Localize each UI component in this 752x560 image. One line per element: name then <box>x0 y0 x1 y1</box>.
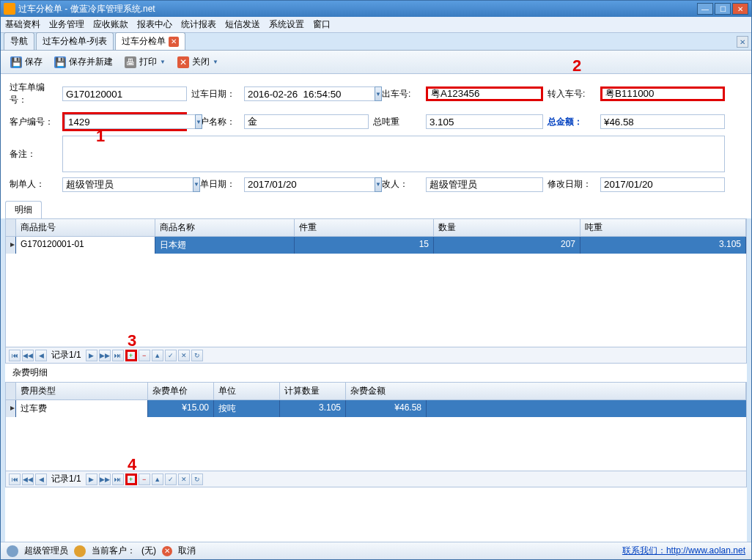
fee-col-type[interactable]: 费用类型 <box>16 383 148 399</box>
save-new-button[interactable]: 💾 保存并新建 <box>49 53 118 71</box>
close-icon: ✕ <box>177 56 189 68</box>
form: 过车单编号： 过车日期： ▼ 转出车号: 转入车号: 客户编号： ▼ 客户名称：… <box>1 74 751 198</box>
contact-link[interactable]: 联系我们：http://www.aolan.net <box>622 545 745 557</box>
delete-row-button[interactable]: − <box>139 350 150 361</box>
last-button[interactable]: ⏭ <box>112 474 124 485</box>
minimize-button[interactable]: — <box>697 3 713 15</box>
prev-button[interactable]: ◀ <box>35 350 47 361</box>
cancel-row-button[interactable]: ✕ <box>178 474 190 485</box>
prev-page-button[interactable]: ◀◀ <box>22 474 34 485</box>
col-name[interactable]: 商品名称 <box>155 219 295 236</box>
chevron-down-icon[interactable]: ▼ <box>375 86 382 101</box>
col-pw[interactable]: 件重 <box>295 219 434 236</box>
cancel-row-button[interactable]: ✕ <box>178 350 190 361</box>
fee-col-amount[interactable]: 杂费金额 <box>346 383 746 399</box>
status-cancel[interactable]: 取消 <box>178 545 196 557</box>
col-tw[interactable]: 吨重 <box>580 219 746 236</box>
menu-basic[interactable]: 基础资料 <box>5 18 40 31</box>
table-row[interactable]: ▸ 过车费 ¥15.00 按吨 3.105 ¥46.58 <box>6 400 746 417</box>
add-row-button[interactable]: + <box>125 350 137 361</box>
refresh-button[interactable]: ↻ <box>191 350 203 361</box>
first-button[interactable]: ⏮ <box>9 474 21 485</box>
menu-settings[interactable]: 系统设置 <box>269 18 304 31</box>
cust-name-input[interactable] <box>244 114 369 129</box>
fee-col-price[interactable]: 杂费单价 <box>148 383 214 399</box>
print-icon: 🖶 <box>125 56 136 68</box>
col-qty[interactable]: 数量 <box>434 219 580 236</box>
next-button[interactable]: ▶ <box>86 350 97 361</box>
confirm-button[interactable]: ✓ <box>165 350 177 361</box>
tab-close-icon[interactable]: ✕ <box>169 37 179 47</box>
close-all-tabs-button[interactable]: ✕ <box>737 36 748 48</box>
modify-date-input[interactable] <box>600 177 725 192</box>
remark-label: 备注： <box>8 147 59 162</box>
maximize-button[interactable]: ☐ <box>715 3 731 15</box>
fee-col-qty[interactable]: 计算数量 <box>280 383 346 399</box>
menu-window[interactable]: 窗口 <box>313 18 331 31</box>
table-row[interactable]: ▸ G170120001-01 日本翅 15 207 3.105 <box>6 237 746 254</box>
total-weight-label: 总吨重 <box>372 114 423 130</box>
menu-receivables[interactable]: 应收账款 <box>93 18 128 31</box>
menu-business[interactable]: 业务管理 <box>49 18 84 31</box>
col-batch[interactable]: 商品批号 <box>16 219 155 236</box>
menu-sms[interactable]: 短信发送 <box>225 18 260 31</box>
document-tabs: 导航 过车分检单-列表 过车分检单 ✕ ✕ <box>1 33 751 51</box>
toolbar: 💾 保存 💾 保存并新建 🖶 打印 ▼ ✕ 关闭 ▼ <box>1 51 751 74</box>
app-icon <box>4 3 15 15</box>
edit-button[interactable]: ▲ <box>152 350 163 361</box>
annotation-2: 2 <box>572 56 581 75</box>
remark-input[interactable] <box>62 136 725 172</box>
in-car-input[interactable] <box>600 86 725 101</box>
in-car-label: 转入车号: <box>546 86 597 102</box>
status-bar: 超级管理员 当前客户： (无) ✕ 取消 联系我们：http://www.aol… <box>1 542 751 559</box>
last-button[interactable]: ⏭ <box>112 350 124 361</box>
edit-button[interactable]: ▲ <box>152 474 163 485</box>
title-bar: 过车分检单 - 傲蓝冷库管理系统.net — ☐ ✕ <box>1 1 751 17</box>
chevron-down-icon[interactable]: ▼ <box>375 177 382 192</box>
total-amount-label: 总金额： <box>546 114 597 130</box>
modifier-input[interactable] <box>426 177 543 192</box>
maker-combo[interactable]: ▼ <box>62 177 187 192</box>
refresh-button[interactable]: ↻ <box>191 474 203 485</box>
window-close-button[interactable]: ✕ <box>732 3 748 15</box>
cust-no-combo[interactable]: ▼ <box>62 112 187 131</box>
cust-no-label: 客户编号： <box>8 114 59 130</box>
current-cust-label: 当前客户： <box>92 545 136 557</box>
close-button[interactable]: ✕ 关闭 ▼ <box>172 53 224 71</box>
menu-stats[interactable]: 统计报表 <box>181 18 216 31</box>
next-button[interactable]: ▶ <box>86 474 97 485</box>
detail-nav: ⏮ ◀◀ ◀ 记录1/1 ▶ ▶▶ ⏭ + − ▲ ✓ ✕ ↻ <box>5 347 747 364</box>
detail-tabs: 明细 <box>1 198 751 218</box>
save-icon: 💾 <box>10 56 22 68</box>
date-combo[interactable]: ▼ <box>244 86 369 101</box>
next-page-button[interactable]: ▶▶ <box>99 474 111 485</box>
record-label: 记录1/1 <box>48 349 84 361</box>
menu-reports[interactable]: 报表中心 <box>137 18 172 31</box>
total-weight-input[interactable] <box>426 114 543 129</box>
detail-grid: 商品批号 商品名称 件重 数量 吨重 ▸ G170120001-01 日本翅 1… <box>5 218 747 347</box>
next-page-button[interactable]: ▶▶ <box>99 350 111 361</box>
prev-button[interactable]: ◀ <box>35 474 47 485</box>
first-button[interactable]: ⏮ <box>9 350 21 361</box>
chevron-down-icon[interactable]: ▼ <box>195 114 202 129</box>
add-fee-button[interactable]: + <box>125 474 137 485</box>
bill-no-input[interactable] <box>62 86 187 101</box>
tab-form[interactable]: 过车分检单 ✕ <box>115 32 185 50</box>
current-cust: (无) <box>141 545 156 557</box>
maker-label: 制单人： <box>8 177 59 192</box>
save-button[interactable]: 💾 保存 <box>5 53 48 71</box>
prev-page-button[interactable]: ◀◀ <box>22 350 34 361</box>
out-car-input[interactable] <box>426 86 543 101</box>
print-button[interactable]: 🖶 打印 ▼ <box>119 53 171 71</box>
delete-fee-button[interactable]: − <box>139 474 150 485</box>
tab-nav[interactable]: 导航 <box>4 32 34 50</box>
confirm-button[interactable]: ✓ <box>165 474 177 485</box>
detail-tab[interactable]: 明细 <box>5 201 42 218</box>
chevron-down-icon[interactable]: ▼ <box>193 177 200 192</box>
tab-list[interactable]: 过车分检单-列表 <box>36 32 114 50</box>
make-date-combo[interactable]: ▼ <box>244 177 369 192</box>
fee-col-unit[interactable]: 单位 <box>214 383 280 399</box>
total-amount-input[interactable] <box>600 114 725 129</box>
cancel-icon[interactable]: ✕ <box>162 546 172 556</box>
record-label: 记录1/1 <box>48 473 84 485</box>
